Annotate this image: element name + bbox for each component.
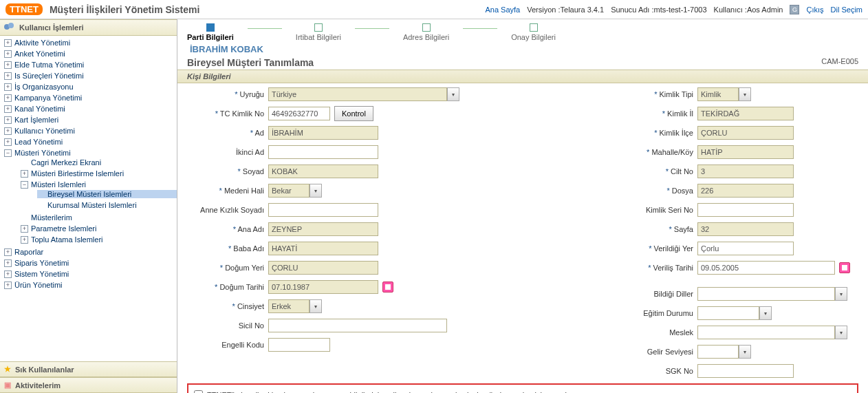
- cinsiyet-select[interactable]: [268, 299, 310, 313]
- gelir-dropdown-icon[interactable]: ▾: [739, 345, 751, 359]
- tree-item[interactable]: +Sistem Yönetimi: [4, 270, 177, 278]
- tree-item[interactable]: +Parametre Islemleri: [21, 224, 177, 233]
- tree-item[interactable]: +Kampanya Yönetimi: [4, 94, 177, 102]
- uyrugu-select[interactable]: [268, 87, 447, 101]
- engelli-input[interactable]: [268, 338, 330, 352]
- verildigi-yer-input[interactable]: [697, 242, 794, 255]
- anne-kizlik-input[interactable]: [268, 203, 378, 217]
- ana-input[interactable]: [268, 222, 378, 236]
- grid-icon[interactable]: G: [790, 5, 799, 14]
- expand-icon[interactable]: +: [4, 282, 12, 289]
- tree-item[interactable]: +Kanal Yönetimi: [4, 105, 177, 113]
- uyrugu-dropdown-icon[interactable]: ▾: [447, 87, 459, 101]
- tree-item[interactable]: −Müsteri Islemleri: [21, 180, 177, 189]
- tree-item[interactable]: +Kullanıcı Yönetimi: [4, 127, 177, 135]
- form-col-right: Kimlik Tipi ▾ Kimlik İl Kimlik İlçe Maha…: [556, 86, 861, 379]
- tree-item[interactable]: Bireysel Müsteri Islemleri: [37, 190, 177, 198]
- expand-icon[interactable]: +: [4, 259, 12, 267]
- page-code: CAM-E005: [821, 57, 858, 68]
- tree-item[interactable]: +Ürün Yönetimi: [4, 281, 177, 289]
- sidebar: Kullanıcı İşlemleri +Aktivite Yönetimi+A…: [0, 19, 177, 393]
- tree-item[interactable]: +Anket Yönetimi: [4, 50, 177, 58]
- tree-item[interactable]: +Lead Yönetimi: [4, 138, 177, 146]
- home-link[interactable]: Ana Sayfa: [485, 6, 520, 14]
- tree-item[interactable]: +İş Organizasyonu: [4, 83, 177, 91]
- tree-item[interactable]: +Toplu Atama Islemleri: [21, 235, 177, 244]
- medeni-dropdown-icon[interactable]: ▾: [310, 184, 322, 198]
- tree-item[interactable]: Cagri Merkezi Ekrani: [21, 158, 177, 167]
- medeni-select[interactable]: [268, 184, 310, 198]
- egitim-select[interactable]: [697, 306, 759, 320]
- sidebar-head-act[interactable]: ▣ Aktivitelerim: [0, 377, 177, 393]
- soyad-input[interactable]: [268, 164, 378, 178]
- diller-dropdown-icon[interactable]: ▾: [835, 287, 847, 301]
- kimlik-il-input[interactable]: [697, 107, 794, 120]
- expand-icon[interactable]: +: [4, 83, 12, 91]
- lbl-medeni: Medeni Hali: [184, 187, 264, 195]
- expand-icon[interactable]: +: [4, 116, 12, 124]
- sgk-input[interactable]: [697, 364, 794, 378]
- sicil-input[interactable]: [268, 319, 447, 332]
- dogum-yeri-input[interactable]: [268, 261, 378, 275]
- cinsiyet-dropdown-icon[interactable]: ▾: [310, 299, 322, 313]
- meslek-select[interactable]: [697, 326, 835, 339]
- mahalle-input[interactable]: [697, 145, 794, 159]
- expand-icon[interactable]: +: [4, 138, 12, 146]
- cilt-input[interactable]: [697, 164, 794, 178]
- seri-input[interactable]: [697, 203, 794, 217]
- expand-icon[interactable]: +: [4, 72, 12, 80]
- dogum-tarihi-input[interactable]: [268, 280, 378, 294]
- ad-input[interactable]: [268, 126, 378, 140]
- tree-item[interactable]: Kurumsal Müsteri Islemleri: [37, 201, 177, 209]
- expand-icon[interactable]: +: [4, 94, 12, 102]
- tree-item[interactable]: +Elde Tutma Yönetimi: [4, 61, 177, 69]
- expand-icon[interactable]: +: [21, 236, 28, 244]
- tree-item[interactable]: +Is Süreçleri Yönetimi: [4, 72, 177, 80]
- wizard-step-3[interactable]: Onay Bilgileri: [511, 23, 556, 41]
- expand-icon[interactable]: +: [21, 225, 28, 233]
- tree-item[interactable]: Müsterilerim: [21, 213, 177, 222]
- sidebar-head-users[interactable]: Kullanıcı İşlemleri: [0, 19, 177, 36]
- baba-input[interactable]: [268, 242, 378, 255]
- tree-item[interactable]: −Müsteri Yönetimi: [4, 149, 177, 157]
- calendar-icon[interactable]: [839, 262, 850, 273]
- tree-item[interactable]: +Siparis Yönetimi: [4, 259, 177, 267]
- expand-icon[interactable]: +: [4, 50, 12, 58]
- tree-item[interactable]: +Kart İşlemleri: [4, 116, 177, 124]
- collapse-icon[interactable]: −: [4, 149, 12, 157]
- kimlik-tipi-select[interactable]: [697, 87, 739, 101]
- expand-icon[interactable]: +: [4, 270, 12, 278]
- egitim-dropdown-icon[interactable]: ▾: [759, 306, 772, 320]
- sidebar-head-fav[interactable]: ★ Sık Kullanılanlar: [0, 361, 177, 377]
- kontrol-button[interactable]: Kontrol: [334, 106, 373, 121]
- sayfa-input[interactable]: [697, 222, 794, 236]
- lbl-mahalle: Mahalle/Köy: [556, 148, 693, 156]
- lang-link[interactable]: Dil Seçim: [831, 6, 862, 14]
- wizard-step-2[interactable]: Adres Bilgileri: [403, 23, 449, 41]
- collapse-icon[interactable]: −: [21, 181, 28, 189]
- ikinci-ad-input[interactable]: [268, 145, 378, 159]
- consent-checkbox-1[interactable]: [194, 390, 203, 393]
- expand-icon[interactable]: +: [4, 248, 12, 256]
- verilis-tarihi-input[interactable]: [697, 261, 835, 275]
- kimlik-tipi-dropdown-icon[interactable]: ▾: [739, 87, 751, 101]
- wizard-step-1[interactable]: Irtibat Bilgileri: [296, 23, 341, 41]
- tree-item[interactable]: +Raporlar: [4, 248, 177, 256]
- calendar-icon[interactable]: [382, 282, 393, 293]
- tc-input[interactable]: [268, 107, 330, 120]
- expand-icon[interactable]: +: [4, 61, 12, 69]
- dosya-input[interactable]: [697, 184, 794, 198]
- kimlik-ilce-input[interactable]: [697, 126, 794, 140]
- expand-icon[interactable]: +: [4, 127, 12, 135]
- expand-icon[interactable]: +: [4, 105, 12, 113]
- gelir-select[interactable]: [697, 345, 739, 359]
- logout-link[interactable]: Çıkış: [806, 6, 823, 14]
- expand-icon[interactable]: +: [21, 170, 28, 178]
- expand-icon[interactable]: +: [4, 39, 12, 47]
- tree-item[interactable]: +Aktivite Yönetimi: [4, 39, 177, 47]
- wizard-step-0[interactable]: Parti Bilgileri: [187, 23, 234, 41]
- tree-label: Cagri Merkezi Ekrani: [31, 158, 101, 167]
- tree-item[interactable]: +Müsteri Birlestirme Islemleri: [21, 169, 177, 178]
- meslek-dropdown-icon[interactable]: ▾: [835, 326, 847, 339]
- diller-select[interactable]: [697, 287, 835, 301]
